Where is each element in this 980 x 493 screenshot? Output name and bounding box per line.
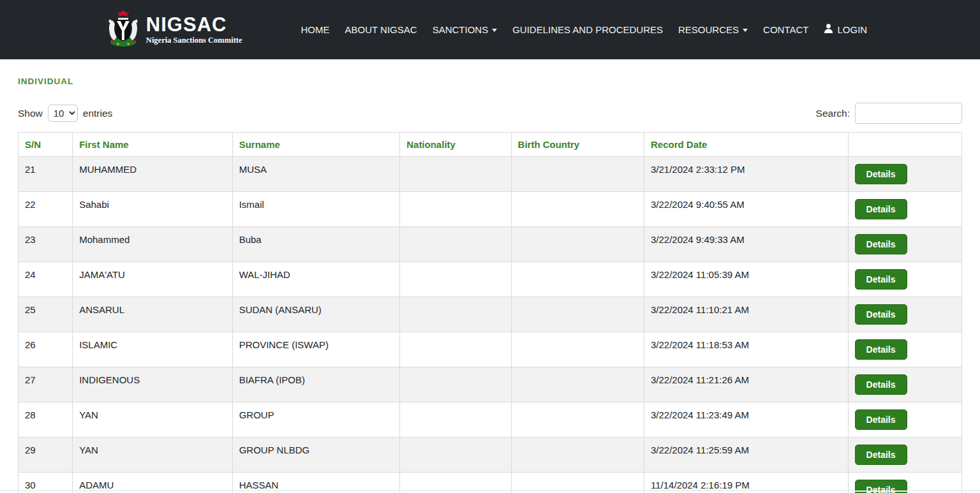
nav-menu: HOME ABOUT NIGSAC SANCTIONS GUIDELINES A… [293,18,875,41]
cell-first-name: YAN [73,438,233,473]
nav-label: HOME [301,24,330,35]
cell-nationality [400,227,511,262]
cell-birth-country [511,157,644,192]
table-row: 21 MUHAMMED MUSA 3/21/2024 2:33:12 PM De… [19,157,962,192]
cell-birth-country [511,402,644,438]
cell-record-date: 3/22/2024 11:18:53 AM [644,332,848,367]
col-header-birth-country[interactable]: Birth Country [511,133,644,157]
cell-nationality [400,402,511,438]
nav-label: GUIDELINES AND PROCEDURES [512,24,663,35]
nav-item-login[interactable]: LOGIN [816,18,875,41]
cell-surname: WAL-JIHAD [232,262,400,297]
nav-item-sanctions[interactable]: SANCTIONS [425,19,505,40]
col-header-sn[interactable]: S/N [19,133,73,157]
details-button[interactable]: Details [855,269,907,290]
nav-item-guidelines[interactable]: GUIDELINES AND PROCEDURES [505,19,671,40]
cell-sn: 21 [19,157,73,192]
main-content: INDIVIDUAL Show 10 entries Search: S/N F… [0,59,980,493]
cell-actions: Details [848,332,961,367]
col-header-first-name[interactable]: First Name [73,133,233,157]
table-row: 29 YAN GROUP NLBDG 3/22/2024 11:25:59 AM… [19,438,962,473]
cell-nationality [400,157,511,192]
top-navbar: NIGSAC Nigeria Sanctions Committe HOME A… [0,0,980,59]
nav-label: CONTACT [763,24,808,35]
navbar-inner: NIGSAC Nigeria Sanctions Committe HOME A… [105,9,875,51]
footer-divider [0,490,980,492]
search-control: Search: [816,103,962,124]
user-icon [824,24,833,36]
cell-first-name: ISLAMIC [73,332,233,367]
col-header-actions [848,133,961,157]
cell-nationality [400,367,511,402]
cell-first-name: YAN [73,402,233,438]
cell-surname: MUSA [232,157,400,192]
cell-actions: Details [848,262,961,297]
cell-surname: PROVINCE (ISWAP) [232,332,400,367]
table-row: 24 JAMA'ATU WAL-JIHAD 3/22/2024 11:05:39… [19,262,962,297]
cell-actions: Details [848,192,961,227]
cell-sn: 25 [19,297,73,332]
show-label: Show [18,108,43,119]
details-button[interactable]: Details [855,339,907,360]
details-button[interactable]: Details [855,445,907,465]
cell-first-name: Sahabi [73,192,233,227]
cell-first-name: Mohammed [73,227,233,262]
cell-surname: SUDAN (ANSARU) [232,297,400,332]
cell-surname: Ismail [232,192,400,227]
col-header-surname[interactable]: Surname [232,133,400,157]
nav-label: SANCTIONS [433,24,489,35]
cell-nationality [400,332,511,367]
cell-birth-country [511,332,644,367]
cell-birth-country [511,262,644,297]
brand-text: NIGSAC Nigeria Sanctions Committe [146,15,242,45]
cell-record-date: 3/22/2024 9:40:55 AM [644,192,848,227]
individuals-table: S/N First Name Surname Nationality Birth… [18,132,962,493]
col-header-record-date[interactable]: Record Date [644,133,848,157]
cell-record-date: 3/22/2024 11:05:39 AM [644,262,848,297]
table-row: 25 ANSARUL SUDAN (ANSARU) 3/22/2024 11:1… [19,297,962,332]
page-size-control: Show 10 entries [18,105,112,122]
cell-nationality [400,262,511,297]
details-button[interactable]: Details [855,374,907,395]
cell-record-date: 3/22/2024 9:49:33 AM [644,227,848,262]
details-button[interactable]: Details [855,409,907,430]
cell-first-name: ANSARUL [73,297,233,332]
cell-actions: Details [848,297,961,332]
cell-surname: BIAFRA (IPOB) [232,367,400,402]
cell-record-date: 3/22/2024 11:25:59 AM [644,438,848,473]
cell-nationality [400,438,511,473]
entries-label: entries [83,108,113,119]
nav-item-resources[interactable]: RESOURCES [671,19,755,40]
table-row: 28 YAN GROUP 3/22/2024 11:23:49 AM Detai… [19,402,962,438]
search-input[interactable] [855,103,962,124]
cell-nationality [400,192,511,227]
nav-item-contact[interactable]: CONTACT [755,19,816,40]
cell-surname: Buba [232,227,400,262]
nav-item-about[interactable]: ABOUT NIGSAC [338,19,425,40]
brand-subtitle: Nigeria Sanctions Committe [146,36,242,45]
cell-actions: Details [848,438,961,473]
table-body: 21 MUHAMMED MUSA 3/21/2024 2:33:12 PM De… [19,157,962,493]
nav-label: ABOUT NIGSAC [345,24,417,35]
nigsac-logo[interactable]: NIGSAC Nigeria Sanctions Committe [105,9,242,51]
cell-sn: 24 [19,262,73,297]
table-row: 27 INDIGENOUS BIAFRA (IPOB) 3/22/2024 11… [19,367,962,402]
cell-actions: Details [848,402,961,438]
brand-title: NIGSAC [146,15,242,34]
cell-surname: GROUP [232,402,400,438]
page-size-select[interactable]: 10 [48,105,78,122]
details-button[interactable]: Details [855,304,907,325]
details-button[interactable]: Details [855,199,907,219]
nav-item-home[interactable]: HOME [293,19,338,40]
col-header-nationality[interactable]: Nationality [400,133,511,157]
cell-sn: 29 [19,438,73,473]
cell-actions: Details [848,227,961,262]
details-button[interactable]: Details [855,234,907,254]
cell-birth-country [511,367,644,402]
cell-sn: 23 [19,227,73,262]
cell-first-name: MUHAMMED [73,157,233,192]
cell-record-date: 3/22/2024 11:10:21 AM [644,297,848,332]
cell-surname: GROUP NLBDG [232,438,400,473]
chevron-down-icon [492,29,497,32]
details-button[interactable]: Details [855,164,907,184]
